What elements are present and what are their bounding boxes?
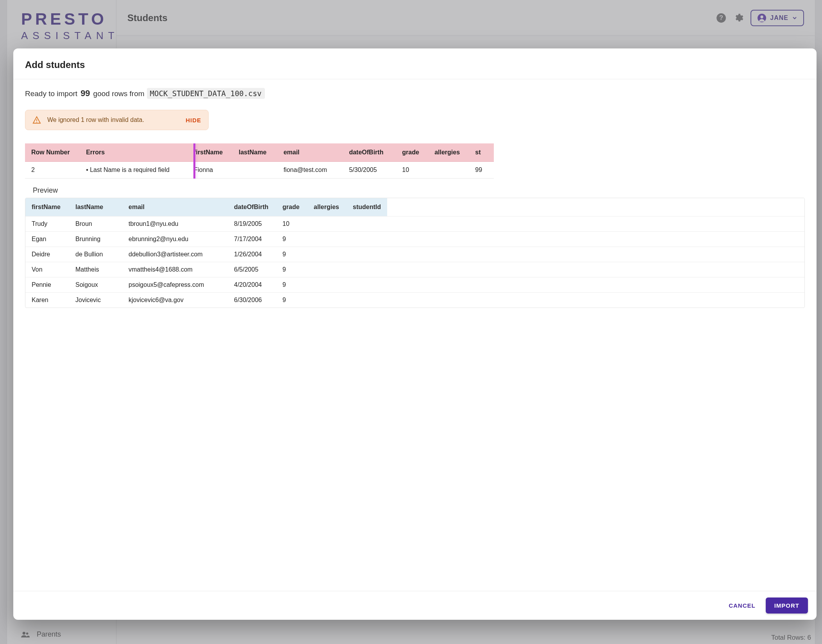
preview-header-grade: grade <box>276 198 307 216</box>
preview-cell-lastName: Jovicevic <box>69 293 122 308</box>
preview-table-row: KarenJovicevickjovicevic6@va.gov6/30/200… <box>25 293 804 308</box>
preview-cell-allergies <box>307 216 347 232</box>
preview-cell-grade: 9 <box>276 247 307 262</box>
errors-header-dob: dateOfBirth <box>343 143 396 162</box>
preview-header-lastname: lastName <box>69 198 122 216</box>
preview-header-email: email <box>122 198 228 216</box>
preview-cell-email: kjovicevic6@va.gov <box>122 293 228 308</box>
preview-cell-lastName: Broun <box>69 216 122 232</box>
preview-cell-email: tbroun1@nyu.edu <box>122 216 228 232</box>
import-filename: MOCK_STUDENT_DATA_100.csv <box>147 88 265 99</box>
invalid-rows-warning: We ignored 1 row with invalid data. HIDE <box>25 110 209 130</box>
dialog-title: Add students <box>25 59 805 70</box>
preview-table-row: PennieSoigouxpsoigoux5@cafepress.com4/20… <box>25 277 804 293</box>
preview-cell-lastName: de Bullion <box>69 247 122 262</box>
preview-cell-dateOfBirth: 6/30/2006 <box>228 293 276 308</box>
errors-table: Row Number Errors firstName lastName ema… <box>25 143 494 179</box>
preview-cell-studentId <box>347 262 387 277</box>
preview-cell-lastName: Soigoux <box>69 277 122 293</box>
errors-cell-dateOfBirth: 5/30/2005 <box>343 162 396 179</box>
preview-table-row: TrudyBrountbroun1@nyu.edu8/19/200510 <box>25 216 804 232</box>
preview-cell-allergies <box>307 293 347 308</box>
preview-cell-studentId <box>347 277 387 293</box>
preview-cell-studentId <box>347 247 387 262</box>
preview-cell-grade: 10 <box>276 216 307 232</box>
import-button[interactable]: IMPORT <box>766 597 808 614</box>
preview-cell-firstName: Egan <box>25 232 69 247</box>
warning-icon <box>32 116 41 124</box>
preview-cell-grade: 9 <box>276 232 307 247</box>
preview-table-row: EganBrunningebrunning2@nyu.edu7/17/20049 <box>25 232 804 247</box>
preview-header-studentid: studentId <box>347 198 387 216</box>
errors-header-errors: Errors <box>80 143 188 162</box>
preview-cell-studentId <box>347 216 387 232</box>
preview-cell-email: ddebullion3@artisteer.com <box>122 247 228 262</box>
preview-cell-firstName: Deidre <box>25 247 69 262</box>
preview-cell-grade: 9 <box>276 277 307 293</box>
preview-table-row: Deidrede Bullionddebullion3@artisteer.co… <box>25 247 804 262</box>
add-students-dialog: Add students Ready to import 99 good row… <box>13 48 817 620</box>
preview-cell-email: vmattheis4@1688.com <box>122 262 228 277</box>
preview-cell-firstName: Von <box>25 262 69 277</box>
errors-header-studentid: st <box>469 143 494 162</box>
preview-cell-allergies <box>307 247 347 262</box>
errors-header-email: email <box>277 143 343 162</box>
preview-cell-grade: 9 <box>276 293 307 308</box>
errors-header-grade: grade <box>396 143 428 162</box>
errors-cell-lastName <box>232 162 277 179</box>
errors-header-lastname: lastName <box>232 143 277 162</box>
preview-cell-dateOfBirth: 4/20/2004 <box>228 277 276 293</box>
preview-cell-allergies <box>307 277 347 293</box>
preview-header-firstname: firstName <box>25 198 69 216</box>
preview-header-allergies: allergies <box>307 198 347 216</box>
preview-cell-grade: 9 <box>276 262 307 277</box>
preview-cell-dateOfBirth: 6/5/2005 <box>228 262 276 277</box>
preview-label: Preview <box>33 186 817 195</box>
preview-cell-dateOfBirth: 7/17/2004 <box>228 232 276 247</box>
preview-cell-lastName: Brunning <box>69 232 122 247</box>
preview-cell-dateOfBirth: 1/26/2004 <box>228 247 276 262</box>
good-row-count: 99 <box>80 88 90 98</box>
errors-header-firstname: firstName <box>188 143 232 162</box>
errors-cell-error: • Last Name is a required field <box>80 162 188 179</box>
svg-point-7 <box>36 122 37 122</box>
preview-cell-studentId <box>347 293 387 308</box>
preview-cell-allergies <box>307 262 347 277</box>
warning-text: We ignored 1 row with invalid data. <box>47 116 179 123</box>
errors-table-row: 2• Last Name is a required fieldFionnafi… <box>25 162 494 179</box>
errors-cell-grade: 10 <box>396 162 428 179</box>
preview-cell-studentId <box>347 232 387 247</box>
errors-header-allergies: allergies <box>428 143 469 162</box>
errors-header-row-number: Row Number <box>25 143 80 162</box>
preview-cell-firstName: Karen <box>25 293 69 308</box>
preview-table-row: VonMattheisvmattheis4@1688.com6/5/20059 <box>25 262 804 277</box>
preview-cell-firstName: Pennie <box>25 277 69 293</box>
preview-cell-lastName: Mattheis <box>69 262 122 277</box>
preview-cell-email: ebrunning2@nyu.edu <box>122 232 228 247</box>
errors-cell-email: fiona@test.com <box>277 162 343 179</box>
cancel-button[interactable]: CANCEL <box>726 597 759 614</box>
hide-warning-button[interactable]: HIDE <box>186 117 201 123</box>
errors-cell-studentId: 99 <box>469 162 494 179</box>
errors-cell-allergies <box>428 162 469 179</box>
preview-header-dob: dateOfBirth <box>228 198 276 216</box>
preview-cell-dateOfBirth: 8/19/2005 <box>228 216 276 232</box>
preview-cell-firstName: Trudy <box>25 216 69 232</box>
preview-cell-email: psoigoux5@cafepress.com <box>122 277 228 293</box>
errors-cell-firstName: Fionna <box>188 162 232 179</box>
preview-table: firstName lastName email dateOfBirth gra… <box>25 198 804 308</box>
preview-cell-allergies <box>307 232 347 247</box>
ready-summary: Ready to import 99 good rows from MOCK_S… <box>13 88 817 99</box>
errors-cell-row_number: 2 <box>25 162 80 179</box>
